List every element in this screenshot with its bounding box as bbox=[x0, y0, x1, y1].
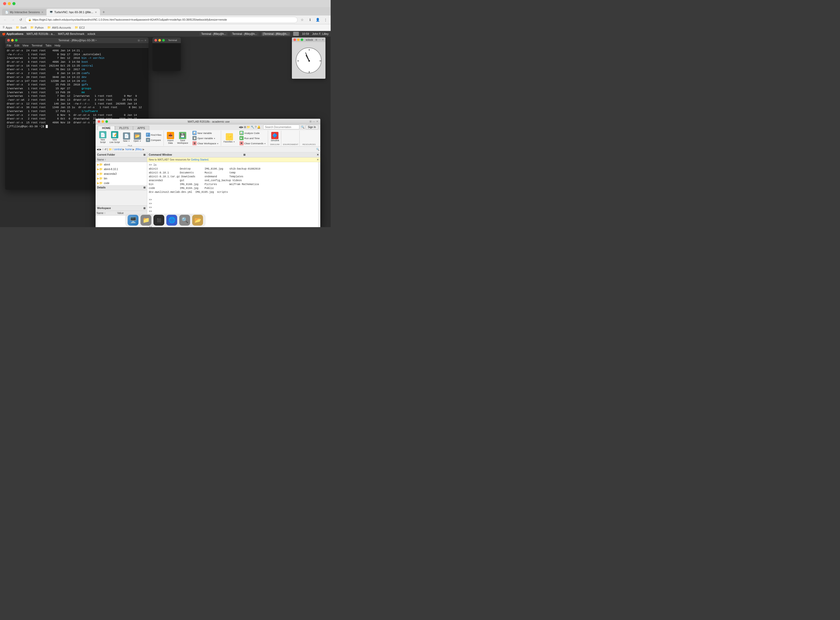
term-menu-edit[interactable]: Edit bbox=[15, 44, 20, 47]
browser-tab-1[interactable]: 📄 My Interactive Sessions ✕ bbox=[2, 9, 47, 15]
import-data-button[interactable]: 📥 ImportData bbox=[165, 131, 176, 145]
file-item-bin[interactable]: ▶📁 bin bbox=[96, 176, 147, 181]
close-button[interactable] bbox=[3, 2, 6, 5]
run-and-time-button[interactable]: ▶ Run and Time bbox=[238, 136, 267, 140]
new-script-button[interactable]: 📄 NewScript bbox=[98, 131, 108, 144]
matlab-close-icon[interactable]: ✕ bbox=[316, 120, 318, 123]
toolbar-icon-2[interactable]: ▶ bbox=[241, 125, 243, 129]
terminal-min-btn[interactable] bbox=[11, 39, 14, 42]
toolbar-icon-1[interactable]: ◀ bbox=[239, 125, 241, 129]
toolbar-icon-7[interactable]: 🔔 bbox=[257, 125, 261, 129]
new-live-script-button[interactable]: 📝 NewLive Script bbox=[109, 131, 121, 144]
bookmark-swift[interactable]: 📁 Swift bbox=[16, 26, 27, 29]
menu-button[interactable]: ⋮ bbox=[322, 17, 329, 23]
nav-refresh-btn[interactable]: ↺ bbox=[104, 148, 106, 151]
xclock-expand-icon[interactable]: ⊞ bbox=[315, 38, 317, 41]
browser-tab-2[interactable]: 🖥️ TurboVNC: hpc-93-38:1 (jfille... ✕ bbox=[47, 9, 100, 15]
path-home[interactable]: home bbox=[125, 148, 132, 151]
term-menu-help[interactable]: Help bbox=[54, 44, 60, 47]
nav-up-btn[interactable]: ↑ bbox=[102, 148, 104, 151]
matlab-expand-icon[interactable]: ⊞ bbox=[309, 120, 312, 123]
nav-fwd-btn[interactable]: ▶ bbox=[100, 148, 101, 151]
matlab-tab-plots[interactable]: PLOTS bbox=[115, 126, 133, 130]
matlab-benchmark-app[interactable]: MATLAB Benchmark bbox=[58, 32, 84, 35]
term-menu-file[interactable]: File bbox=[7, 44, 11, 47]
info-button[interactable]: ℹ bbox=[307, 17, 313, 23]
file-item-anaconda3[interactable]: ▶📁 anaconda3 bbox=[96, 172, 147, 176]
matlab-tab-home[interactable]: HOME bbox=[98, 126, 115, 130]
new-button[interactable]: 📄 New ▼ bbox=[121, 132, 132, 143]
maximize-button[interactable] bbox=[12, 2, 15, 5]
open-button[interactable]: 📂 Open ▼ bbox=[132, 132, 143, 143]
toolbar-icon-4[interactable]: 📁 bbox=[247, 125, 250, 129]
forward-button[interactable]: → bbox=[10, 17, 16, 23]
command-window-close[interactable]: ✕ bbox=[317, 153, 319, 156]
applications-menu[interactable]: 🍎 Applications bbox=[2, 32, 24, 36]
nav-back-btn[interactable]: ◀ bbox=[97, 148, 99, 151]
xclock-app[interactable]: xclock bbox=[87, 32, 95, 35]
path-search-icon[interactable]: 🔍 bbox=[316, 148, 319, 151]
matlab-close-btn[interactable] bbox=[98, 120, 100, 123]
clear-commands-button[interactable]: ✖ Clear Commands ▼ bbox=[238, 141, 267, 146]
file-item-code[interactable]: ▶📁 code bbox=[96, 181, 147, 185]
new-tab-button[interactable]: + bbox=[100, 9, 107, 15]
terminal-expand-icon[interactable]: ⊞ bbox=[138, 39, 140, 42]
banner-close-icon[interactable]: ✕ bbox=[317, 158, 319, 161]
path-central[interactable]: central bbox=[114, 148, 122, 151]
details-expand-icon[interactable]: ⊞ bbox=[143, 186, 145, 189]
new-variable-button[interactable]: 📊 New Variable bbox=[192, 131, 220, 135]
toolbar-icon-3[interactable]: ⊞ bbox=[244, 125, 246, 129]
dock-item-folder[interactable]: 📂 bbox=[192, 215, 203, 226]
url-bar[interactable]: 🔒 https://login2.hpc.caltech.edu/pun/sys… bbox=[25, 17, 297, 23]
terminal2-close[interactable] bbox=[154, 39, 157, 42]
dock-item-terminal[interactable]: ⬛ bbox=[154, 215, 164, 226]
terminal-max-btn[interactable] bbox=[15, 39, 18, 42]
clear-workspace-button[interactable]: 🗑 Clear Workspace ▼ bbox=[192, 141, 220, 146]
xclock-minimize-icon[interactable]: — bbox=[318, 38, 321, 41]
terminal2-max[interactable] bbox=[162, 39, 165, 42]
account-button[interactable]: 👤 bbox=[315, 17, 321, 23]
path-jffilley[interactable]: jffilley bbox=[135, 148, 142, 151]
tab-2-close[interactable]: ✕ bbox=[95, 11, 97, 14]
terminal-resize-icon[interactable]: — bbox=[141, 39, 143, 42]
file-item-abinit[interactable]: ▶📁 abinit bbox=[96, 162, 147, 167]
matlab-min-btn[interactable] bbox=[101, 120, 104, 123]
terminal2-min[interactable] bbox=[158, 39, 161, 42]
term-line-28[interactable]: [jffilley@hpc-93-38 ~]$ bbox=[7, 125, 48, 128]
minimize-button[interactable] bbox=[8, 2, 11, 5]
xclock-close[interactable] bbox=[293, 38, 296, 41]
term-menu-tabs[interactable]: Tabs bbox=[45, 44, 51, 47]
matlab-tab-apps[interactable]: APPS bbox=[133, 126, 149, 130]
tab-1-close[interactable]: ✕ bbox=[41, 11, 44, 14]
getting-started-link[interactable]: Getting Started bbox=[191, 158, 208, 161]
matlab-app-name[interactable]: MATLAB R2018b - a... bbox=[27, 32, 55, 35]
terminal-tab-3[interactable]: [Terminal - jffilley@h... bbox=[262, 32, 290, 36]
refresh-button[interactable]: ↺ bbox=[18, 17, 24, 23]
terminal-x-icon[interactable]: ✕ bbox=[145, 39, 146, 42]
compare-button[interactable]: ⊞ Compare bbox=[145, 138, 163, 142]
xclock-max[interactable] bbox=[301, 38, 303, 41]
terminal-tab-1[interactable]: Terminal - jffilley@h... bbox=[200, 32, 228, 36]
file-item-abinit-8[interactable]: ▶📁 abinit-8.10.1 bbox=[96, 167, 147, 172]
open-variable-button[interactable]: 📋 Open Variable ▼ bbox=[192, 136, 220, 140]
command-scrollbar[interactable] bbox=[318, 162, 320, 227]
command-window-expand[interactable]: ⊞ bbox=[243, 153, 245, 156]
bookmark-ec2[interactable]: 📁 EC2 bbox=[75, 26, 85, 29]
toolbar-icon-6[interactable]: ? bbox=[255, 125, 256, 129]
xclock-min[interactable] bbox=[297, 38, 300, 41]
analyze-code-button[interactable]: 📊 Analyze Code bbox=[238, 131, 267, 135]
workspace-expand-icon[interactable]: ⊞ bbox=[143, 207, 145, 209]
current-folder-expand-icon[interactable]: ⊞ bbox=[143, 153, 145, 156]
dock-item-files[interactable]: 📁 bbox=[140, 215, 151, 226]
toolbar-icon-5[interactable]: 🔧 bbox=[251, 125, 255, 129]
sign-in-button[interactable]: Sign In bbox=[306, 125, 318, 129]
xclock-close-icon[interactable]: ✕ bbox=[322, 38, 324, 41]
bookmark-apps[interactable]: ⠿ Apps bbox=[3, 26, 12, 29]
terminal-tab-2[interactable]: Terminal - jffilley@h... bbox=[231, 32, 259, 36]
dock-item-finder[interactable]: 🖥️ bbox=[128, 215, 139, 226]
search-documentation-input[interactable] bbox=[263, 125, 299, 129]
term-menu-view[interactable]: View bbox=[23, 44, 29, 47]
find-files-button[interactable]: 🔍 Find Files bbox=[145, 132, 163, 137]
file-tree[interactable]: ▶📁 abinit ▶📁 abinit-8.10.1 ▶📁 anaconda3 … bbox=[96, 162, 147, 185]
user-name[interactable]: John F. Lilley bbox=[312, 32, 329, 35]
